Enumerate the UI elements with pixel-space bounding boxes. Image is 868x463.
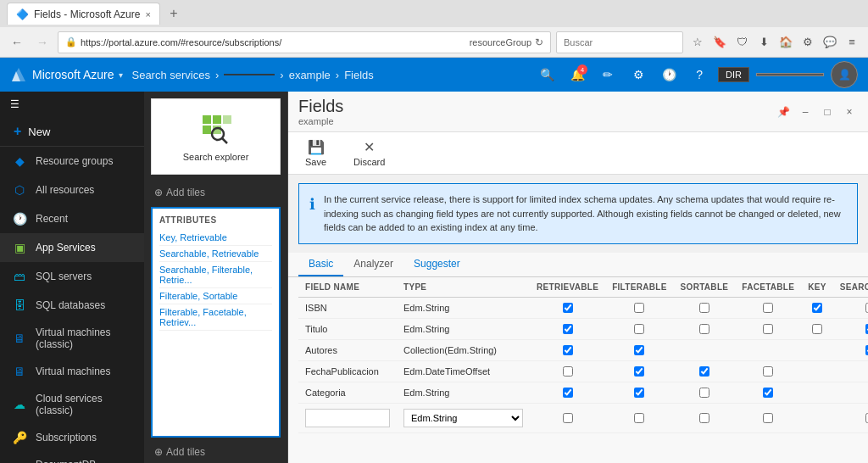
forward-button[interactable]: → <box>32 32 53 53</box>
shield-icon[interactable]: 🛡 <box>732 33 751 52</box>
active-tab[interactable]: 🔷 Fields - Microsoft Azure × <box>7 3 160 25</box>
back-button[interactable]: ← <box>7 32 27 53</box>
panel-maximize-button[interactable]: □ <box>819 103 836 120</box>
new-field-name-cell[interactable] <box>298 403 397 432</box>
menu-icon[interactable]: ≡ <box>843 33 861 52</box>
tab-close-button[interactable]: × <box>145 9 150 20</box>
retrievable-checkbox-fecha[interactable] <box>563 366 573 377</box>
panel-pin-button[interactable]: 📌 <box>775 103 792 120</box>
help-button[interactable]: ? <box>687 63 711 86</box>
retrievable-checkbox-isbn[interactable] <box>563 303 573 313</box>
sidebar-toggle-button[interactable]: ☰ <box>0 92 144 117</box>
new-field-type-cell[interactable]: Edm.String Edm.Int32 Edm.Int64 Edm.Doubl… <box>397 403 530 432</box>
bookmark-icon[interactable]: 🔖 <box>710 33 729 52</box>
retrievable-checkbox-autores[interactable] <box>563 345 573 355</box>
facetable-checkbox-isbn[interactable] <box>763 303 773 313</box>
tab-suggester[interactable]: Suggester <box>403 253 470 276</box>
panel-minimize-button[interactable]: – <box>797 103 814 120</box>
save-button[interactable]: 💾 Save <box>298 136 333 170</box>
skype-icon[interactable]: 💬 <box>821 33 839 52</box>
topbar-right: 🔍 🔔 4 ✏ ⚙ 🕐 ? DIR 👤 <box>535 61 858 88</box>
sortable-checkbox-fecha[interactable] <box>699 366 709 377</box>
browser-search-bar[interactable] <box>556 31 683 53</box>
sidebar-item-subscriptions[interactable]: 🔑 Subscriptions <box>0 423 144 452</box>
notifications-button[interactable]: 🔔 4 <box>565 63 589 86</box>
azure-logo[interactable]: Microsoft Azure ▾ <box>10 66 123 83</box>
attribute-item-4[interactable]: Filterable, Facetable, Retriev... <box>159 304 272 331</box>
add-tiles-plus-icon-bottom: ⊕ <box>154 446 163 458</box>
add-tiles-button-top[interactable]: ⊕ Add tiles <box>144 181 287 204</box>
sidebar-item-recent[interactable]: 🕐 Recent <box>0 204 144 233</box>
browser-search-input[interactable] <box>564 37 676 47</box>
add-tiles-button-bottom[interactable]: ⊕ Add tiles <box>144 441 287 463</box>
sidebar-item-all-resources[interactable]: ⬡ All resources <box>0 176 144 204</box>
search-explorer-tile[interactable]: Search explorer <box>151 98 281 175</box>
refresh-button[interactable]: ↻ <box>535 36 543 48</box>
field-name-fecha: FechaPublicacion <box>298 360 397 382</box>
new-tab-button[interactable]: + <box>164 3 184 24</box>
azure-dropdown-icon[interactable]: ▾ <box>119 70 123 80</box>
home-icon[interactable]: 🏠 <box>776 33 795 52</box>
panel-close-button[interactable]: × <box>841 103 858 120</box>
search-button[interactable]: 🔍 <box>535 63 559 86</box>
feedback-button[interactable]: ✏ <box>596 63 620 86</box>
fields-link[interactable]: Fields <box>344 69 374 81</box>
search-services-link[interactable]: Search services <box>131 69 209 81</box>
address-bar[interactable]: 🔒 resourceGroup ↻ <box>58 31 551 53</box>
new-retrievable-checkbox[interactable] <box>563 413 573 423</box>
new-sortable-checkbox[interactable] <box>699 413 709 423</box>
new-filterable-checkbox[interactable] <box>634 413 644 423</box>
facetable-checkbox-categoria[interactable] <box>763 388 773 398</box>
star-icon[interactable]: ☆ <box>688 33 707 52</box>
new-facetable-checkbox[interactable] <box>763 413 773 423</box>
sidebar-item-cloud-services[interactable]: ☁ Cloud services (classic) <box>0 386 144 423</box>
sidebar-item-sql-databases[interactable]: 🗄 SQL databases <box>0 291 144 320</box>
sortable-checkbox-categoria[interactable] <box>699 388 709 398</box>
sidebar-item-virtual-machines[interactable]: 🖥 Virtual machines <box>0 357 144 386</box>
filterable-checkbox-titulo[interactable] <box>634 324 644 334</box>
attribute-item-1[interactable]: Searchable, Retrievable <box>159 246 272 262</box>
facetable-checkbox-titulo[interactable] <box>763 324 773 334</box>
retrievable-checkbox-titulo[interactable] <box>563 324 573 334</box>
panel-subtitle: example <box>298 116 343 126</box>
sidebar-item-sql-servers[interactable]: 🗃 SQL servers <box>0 262 144 291</box>
sortable-checkbox-isbn[interactable] <box>699 303 709 313</box>
discard-button[interactable]: ✕ Discard <box>347 136 392 170</box>
sidebar-item-resource-groups[interactable]: ◆ Resource groups <box>0 147 144 176</box>
download-icon[interactable]: ⬇ <box>754 33 773 52</box>
tab-analyzer[interactable]: Analyzer <box>343 253 403 276</box>
example-link[interactable]: example <box>289 69 331 81</box>
sidebar-item-app-services[interactable]: ▣ App Services <box>0 233 144 262</box>
key-checkbox-titulo[interactable] <box>812 324 822 334</box>
new-field-type-select[interactable]: Edm.String Edm.Int32 Edm.Int64 Edm.Doubl… <box>403 409 523 427</box>
field-searchable-autores <box>833 339 868 360</box>
current-service-link[interactable] <box>224 74 275 75</box>
filterable-checkbox-fecha[interactable] <box>634 366 644 377</box>
discard-label: Discard <box>353 157 385 167</box>
settings-icon[interactable]: ⚙ <box>798 33 817 52</box>
sidebar-item-virtual-machines-classic[interactable]: 🖥 Virtual machines (classic) <box>0 320 144 357</box>
facetable-checkbox-fecha[interactable] <box>763 366 773 377</box>
filterable-checkbox-autores[interactable] <box>634 345 644 355</box>
sortable-checkbox-titulo[interactable] <box>699 324 709 334</box>
clock-button[interactable]: 🕐 <box>657 63 681 86</box>
field-sortable-categoria <box>674 382 736 403</box>
new-button[interactable]: + New <box>0 117 144 147</box>
user-avatar[interactable]: 👤 <box>831 61 858 88</box>
tab-basic[interactable]: Basic <box>298 253 343 276</box>
fields-table: FIELD NAME TYPE RETRIEVABLE FILTERABLE S… <box>298 277 868 433</box>
settings-button[interactable]: ⚙ <box>626 63 650 86</box>
filterable-checkbox-categoria[interactable] <box>634 388 644 398</box>
sidebar-item-documentdb[interactable]: 🍃 DocumentDB Accounts <box>0 452 144 463</box>
user-account-label <box>756 73 824 76</box>
attribute-item-0[interactable]: Key, Retrievable <box>159 230 272 246</box>
field-type-titulo: Edm.String <box>397 318 530 339</box>
attribute-item-3[interactable]: Filterable, Sortable <box>159 288 272 304</box>
address-input[interactable] <box>81 37 466 47</box>
azure-breadcrumb: Search services › › example › Fields <box>131 69 373 81</box>
attribute-item-2[interactable]: Searchable, Filterable, Retrie... <box>159 262 272 288</box>
key-checkbox-isbn[interactable] <box>812 303 822 313</box>
new-field-name-input[interactable] <box>305 409 390 427</box>
retrievable-checkbox-categoria[interactable] <box>563 388 573 398</box>
filterable-checkbox-isbn[interactable] <box>634 303 644 313</box>
